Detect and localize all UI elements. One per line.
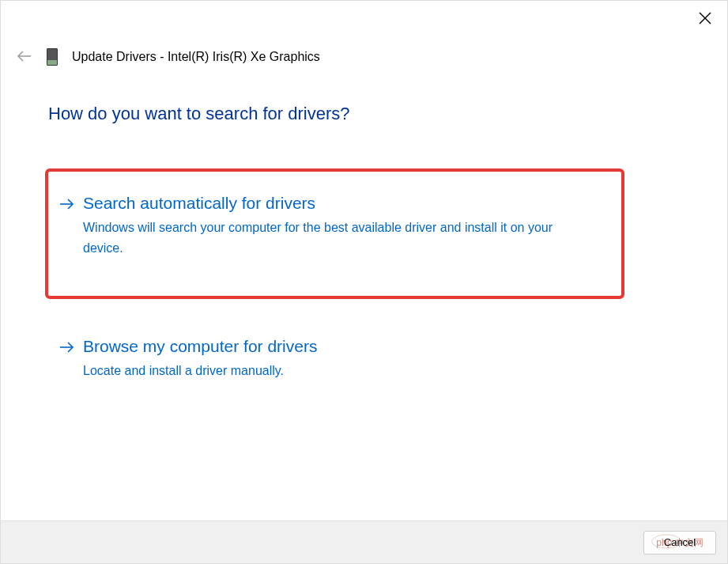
wizard-question: How do you want to search for drivers?: [48, 104, 680, 124]
option-title: Browse my computer for drivers: [83, 337, 664, 356]
option-description: Windows will search your computer for th…: [83, 218, 589, 258]
back-arrow-icon: [17, 49, 32, 66]
wizard-title: Update Drivers - Intel(R) Iris(R) Xe Gra…: [72, 50, 320, 64]
arrow-right-icon: [59, 340, 75, 357]
close-button[interactable]: [699, 12, 711, 28]
option-search-automatically[interactable]: Search automatically for drivers Windows…: [45, 168, 624, 299]
option-browse-computer[interactable]: Browse my computer for drivers Locate an…: [48, 323, 680, 402]
arrow-right-icon: [59, 197, 75, 214]
option-title: Search automatically for drivers: [83, 194, 605, 213]
wizard-footer: php 中文网 Cancel: [1, 520, 727, 563]
device-icon: [47, 48, 58, 66]
cancel-label: Cancel: [664, 536, 696, 548]
cancel-button[interactable]: php 中文网 Cancel: [643, 531, 716, 555]
close-icon: [699, 12, 711, 25]
option-description: Locate and install a driver manually.: [83, 361, 589, 381]
wizard-header: Update Drivers - Intel(R) Iris(R) Xe Gra…: [17, 48, 320, 66]
wizard-content: How do you want to search for drivers? S…: [48, 104, 680, 426]
